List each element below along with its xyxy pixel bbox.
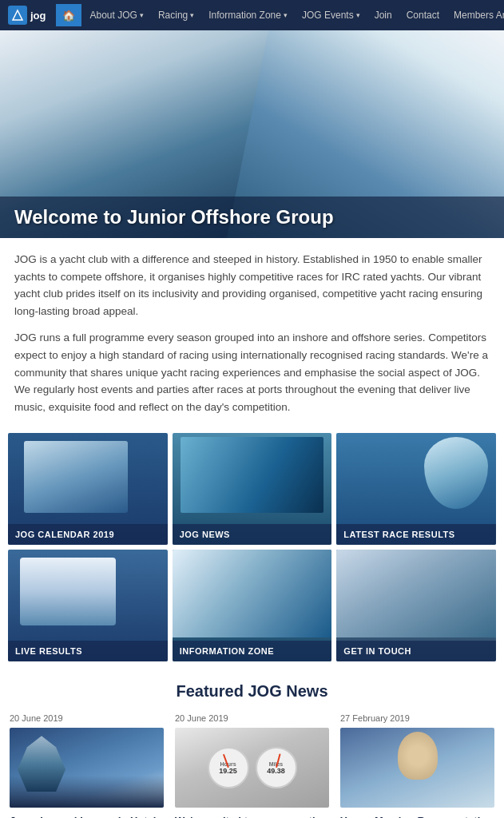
info-caret-icon: ▾ [284, 11, 288, 19]
svg-marker-0 [13, 10, 22, 20]
tile-live-results[interactable]: LIVE RESULTS [8, 550, 168, 661]
logo-icon [8, 6, 27, 25]
hours-gauge-value: 19.25 [219, 767, 237, 775]
tiles-grid: JOG CALENDAR 2019 JOG NEWS LATEST RACE R… [0, 428, 504, 666]
intro-section: JOG is a yacht club with a difference an… [0, 238, 504, 428]
news-title-1: Jurys Inn and Leonardo Hotels Sponsorshi… [10, 814, 164, 818]
miles-gauge-value: 49.38 [267, 767, 285, 775]
tile-information-zone[interactable]: INFORMATION ZONE [173, 550, 332, 661]
nav-information-zone[interactable]: Information Zone ▾ [203, 0, 293, 30]
tile-get-in-touch-label: GET IN TOUCH [336, 641, 496, 661]
news-image-2: Hours 19.25 Miles 49.38 [175, 728, 329, 808]
tile-jog-news-label: JOG NEWS [173, 524, 332, 545]
tile-latest-results-label: LATEST RACE RESULTS [336, 524, 496, 545]
tile-jog-news[interactable]: JOG NEWS [173, 433, 332, 545]
tile-live-results-label: LIVE RESULTS [8, 641, 168, 661]
tile-get-in-touch[interactable]: GET IN TOUCH [336, 550, 496, 661]
hero-banner: Welcome to Junior Offshore Group [0, 30, 504, 238]
tile-latest-results[interactable]: LATEST RACE RESULTS [336, 433, 496, 545]
news-date-1: 20 June 2019 [10, 713, 164, 723]
news-image-1 [10, 728, 164, 808]
news-date-3: 27 February 2019 [340, 713, 494, 723]
news-date-2: 20 June 2019 [175, 713, 329, 723]
racing-caret-icon: ▾ [190, 11, 194, 19]
nav-about-jog[interactable]: About JOG ▾ [85, 0, 149, 30]
featured-header: Featured JOG News [0, 666, 504, 709]
nav-racing[interactable]: Racing ▾ [153, 0, 200, 30]
hero-title: Welcome to Junior Offshore Group [14, 206, 490, 228]
intro-para-2: JOG runs a full programme every season g… [14, 329, 490, 415]
tile-jog-calendar-label: JOG CALENDAR 2019 [8, 524, 168, 545]
nav-members-area[interactable]: Members Area ▾ [448, 0, 504, 30]
logo-text: jog [30, 10, 46, 22]
main-nav: jog 🏠 About JOG ▾ Racing ▾ Information Z… [0, 0, 504, 30]
news-grid: 20 June 2019 Jurys Inn and Leonardo Hote… [0, 709, 504, 818]
tile-information-zone-label: INFORMATION ZONE [173, 641, 332, 661]
news-title-2: We're excited to announce the release of… [175, 814, 329, 818]
home-button[interactable]: 🏠 [56, 4, 81, 26]
news-card-2: 20 June 2019 Hours 19.25 Miles 49.38 We'… [175, 713, 329, 818]
nav-contact[interactable]: Contact [401, 0, 445, 30]
news-card-1: 20 June 2019 Jurys Inn and Leonardo Hote… [10, 713, 164, 818]
about-caret-icon: ▾ [140, 11, 144, 19]
nav-join[interactable]: Join [369, 0, 398, 30]
hours-gauge: Hours 19.25 [208, 747, 249, 788]
miles-gauge: Miles 49.38 [256, 747, 297, 788]
tile-jog-calendar[interactable]: JOG CALENDAR 2019 [8, 433, 168, 545]
news-card-3: 27 February 2019 Young Member Representa… [340, 713, 494, 818]
intro-para-1: JOG is a yacht club with a difference an… [14, 251, 490, 320]
hero-overlay: Welcome to Junior Offshore Group [0, 197, 504, 238]
events-caret-icon: ▾ [356, 11, 360, 19]
news-title-3: Young Member Representative [340, 814, 494, 818]
logo[interactable]: jog [8, 6, 46, 25]
news-image-3 [340, 728, 494, 808]
nav-jog-events[interactable]: JOG Events ▾ [296, 0, 366, 30]
